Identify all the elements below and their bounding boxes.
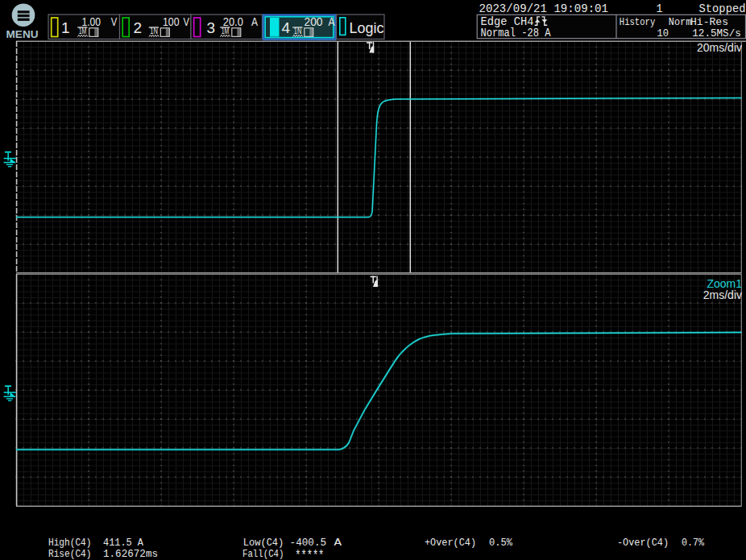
- svg-text:A: A: [334, 537, 343, 549]
- svg-text:1: 1: [61, 19, 70, 36]
- svg-text:0.5%: 0.5%: [489, 537, 513, 549]
- svg-text:Stopped: Stopped: [699, 2, 746, 16]
- svg-text:History: History: [620, 16, 656, 28]
- svg-text:1N: 1N: [150, 26, 158, 35]
- svg-text:4: 4: [282, 19, 291, 36]
- svg-text:12.5MS/s: 12.5MS/s: [692, 27, 741, 39]
- svg-text:Hi-Res: Hi-Res: [690, 16, 728, 28]
- svg-text:Fall(C4): Fall(C4): [242, 548, 284, 560]
- svg-text:1M: 1M: [79, 26, 87, 35]
- svg-text:2: 2: [134, 19, 143, 36]
- svg-text:Rise(C4): Rise(C4): [48, 548, 92, 560]
- svg-text:V: V: [184, 15, 190, 28]
- svg-text:Logic: Logic: [350, 19, 384, 36]
- svg-text:0.7%: 0.7%: [682, 537, 705, 549]
- svg-text:1: 1: [657, 2, 663, 16]
- svg-text:1.62672ms: 1.62672ms: [103, 548, 158, 560]
- svg-text:2023/09/21 19:09:01: 2023/09/21 19:09:01: [479, 2, 609, 16]
- svg-text:2ms/div: 2ms/div: [703, 288, 742, 301]
- svg-text:MENU: MENU: [6, 28, 39, 40]
- svg-text:200: 200: [305, 15, 323, 28]
- svg-text:1M: 1M: [222, 26, 230, 35]
- svg-text:A: A: [251, 15, 258, 28]
- svg-text:10: 10: [657, 27, 669, 39]
- svg-text:Norm: Norm: [669, 16, 692, 28]
- svg-text:Normal -28 A: Normal -28 A: [481, 27, 551, 39]
- svg-text:-Over(C4): -Over(C4): [617, 537, 669, 549]
- svg-text:-400.5: -400.5: [290, 537, 327, 549]
- svg-text:1N: 1N: [294, 26, 302, 35]
- svg-text:A: A: [329, 15, 335, 28]
- svg-text:100: 100: [163, 15, 180, 28]
- svg-text:V: V: [111, 15, 118, 28]
- svg-text:*****: *****: [295, 548, 324, 560]
- svg-text:+Over(C4): +Over(C4): [425, 537, 476, 549]
- svg-text:20ms/div: 20ms/div: [697, 41, 742, 54]
- svg-text:3: 3: [207, 19, 216, 36]
